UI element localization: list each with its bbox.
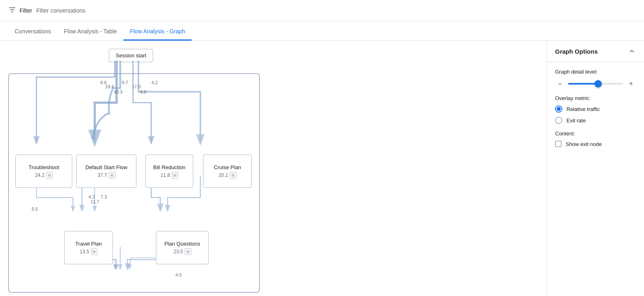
overlay-label: Overlay metric: xyxy=(555,95,636,101)
filter-placeholder: Filter conversations xyxy=(36,7,85,14)
edge-label-433: 43.3 xyxy=(114,89,122,94)
edge-label-170: 17.0 xyxy=(132,84,140,89)
slider-track[interactable] xyxy=(568,83,623,85)
content-section: Content: Show exit node xyxy=(555,131,636,147)
node-bill-icon: ⊟ xyxy=(172,172,178,178)
node-session-start: Session start xyxy=(109,49,153,62)
node-default-start: Default Start Flow 37.7 ⊟ xyxy=(76,155,136,188)
panel-collapse-button[interactable] xyxy=(628,47,636,55)
edge-label-117: 11.7 xyxy=(91,199,99,204)
graph-area[interactable]: Session start xyxy=(0,41,547,296)
node-travel-meta: 13.5 ⊟ xyxy=(80,248,97,255)
tab-conversations[interactable]: Conversations xyxy=(8,23,58,41)
show-exit-node-checkbox[interactable] xyxy=(555,141,562,147)
radio-group: Relative traffic Exit rate xyxy=(555,105,636,124)
radio-relative-outer xyxy=(555,105,562,113)
overlay-metric-section: Overlay metric: Relative traffic Exit ra… xyxy=(555,95,636,124)
node-troubleshoot-icon: ⊟ xyxy=(46,172,53,178)
edge-label-73: 7.3 xyxy=(101,194,107,199)
main-content: Session start xyxy=(0,41,644,296)
edge-label-8b: 8.0 xyxy=(140,89,146,94)
node-bill-reduction: Bill Reduction 11.8 ⊟ xyxy=(145,155,193,188)
node-bill-meta: 11.8 ⊟ xyxy=(160,172,178,178)
node-cruise-icon: ⊟ xyxy=(230,172,236,178)
node-travel-icon: ⊟ xyxy=(91,248,97,255)
radio-exit-label: Exit rate xyxy=(566,118,586,124)
node-troubleshoot: Troubleshoot 24.2 ⊟ xyxy=(15,155,72,188)
node-travel-plan: Travel Plan 13.5 ⊟ xyxy=(64,231,113,264)
detail-level-label: Graph detail level: xyxy=(555,69,636,75)
node-cruise-meta: 20.1 ⊟ xyxy=(218,172,236,178)
slider-plus-button[interactable]: + xyxy=(626,79,636,89)
content-label: Content: xyxy=(555,131,636,137)
tab-flow-graph[interactable]: Flow Analysis - Graph xyxy=(123,23,192,41)
node-plan-q-icon: ⊟ xyxy=(185,248,191,255)
filter-label: Filter xyxy=(19,7,32,14)
show-exit-node-label: Show exit node xyxy=(566,141,602,147)
panel-title: Graph Options xyxy=(555,48,598,55)
radio-exit-rate[interactable]: Exit rate xyxy=(555,117,636,124)
node-default-icon: ⊟ xyxy=(109,172,115,178)
detail-level-section: Graph detail level: − + xyxy=(555,69,636,89)
node-troubleshoot-meta: 24.2 ⊟ xyxy=(35,172,52,178)
tab-flow-table[interactable]: Flow Analysis - Table xyxy=(58,23,123,41)
node-default-meta: 37.7 ⊟ xyxy=(97,172,115,178)
node-plan-q-meta: 23.5 ⊟ xyxy=(173,248,191,255)
edge-label-55: 5.5 xyxy=(32,207,38,211)
radio-relative-inner xyxy=(557,107,561,111)
edge-label-45: 4.5 xyxy=(175,272,182,277)
show-exit-node-row[interactable]: Show exit node xyxy=(555,141,636,147)
edge-label-42: 4.2 xyxy=(151,80,158,85)
panel-header: Graph Options xyxy=(547,41,644,62)
edge-label-19: 19.4 xyxy=(105,84,114,89)
radio-exit-outer xyxy=(555,117,562,124)
right-panel: Graph Options Graph detail level: − + xyxy=(547,41,644,296)
slider-minus-button[interactable]: − xyxy=(555,79,565,89)
node-plan-questions: Plan Questions 23.5 ⊟ xyxy=(156,231,209,264)
slider-row: − + xyxy=(555,79,636,89)
edge-label-42b: 4.2 xyxy=(89,194,95,199)
radio-relative-traffic[interactable]: Relative traffic xyxy=(555,105,636,113)
radio-relative-label: Relative traffic xyxy=(566,106,600,112)
edge-label-97: 9.7 xyxy=(122,80,128,85)
slider-thumb[interactable] xyxy=(594,80,602,87)
tab-bar: Conversations Flow Analysis - Table Flow… xyxy=(0,21,644,41)
filter-icon xyxy=(8,6,16,15)
panel-body: Graph detail level: − + Overlay metric: xyxy=(547,62,644,160)
node-cruise-plan: Cruise Plan 20.1 ⊟ xyxy=(203,155,252,188)
slider-fill xyxy=(568,83,598,85)
header: Filter Filter conversations xyxy=(0,0,644,21)
